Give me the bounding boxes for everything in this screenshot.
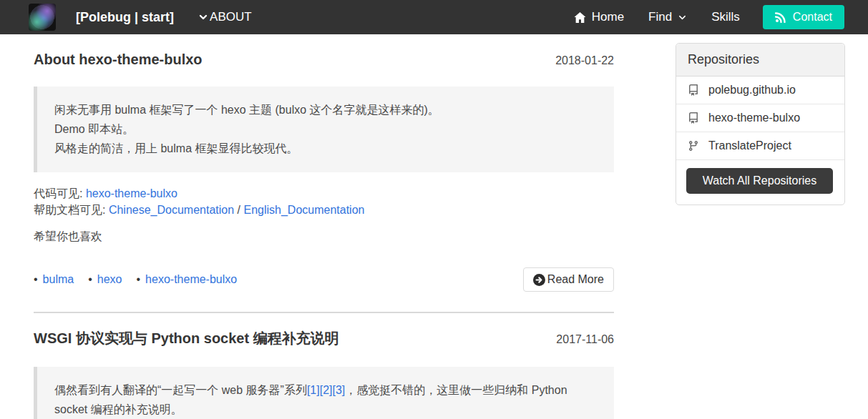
tag-item: hexo-theme-bulxo — [137, 273, 238, 286]
docs-line: 帮助文档可见: Chinese_Documentation / English_… — [34, 202, 614, 218]
closing-line: 希望你也喜欢 — [34, 228, 614, 245]
nav-about-label: ABOUT — [210, 10, 252, 24]
repo-item-translateproject[interactable]: TranslateProject — [676, 132, 844, 160]
rss-icon — [775, 11, 786, 23]
chevron-down-icon — [198, 12, 210, 22]
tag-item: bulma — [34, 273, 74, 286]
code-line: 代码可见: hexo-theme-bulxo — [34, 185, 614, 202]
post-list: About hexo-theme-bulxo 2018-01-22 闲来无事用 … — [34, 43, 614, 419]
post-body: 代码可见: hexo-theme-bulxo 帮助文档可见: Chinese_D… — [34, 185, 614, 245]
repo-book-icon — [688, 84, 699, 96]
post-1: About hexo-theme-bulxo 2018-01-22 闲来无事用 … — [34, 51, 614, 313]
site-logo[interactable] — [29, 4, 56, 31]
post-date: 2017-11-06 — [556, 333, 614, 346]
docs-separator: / — [234, 204, 243, 216]
post-divider — [34, 312, 614, 313]
post-title[interactable]: WSGI 协议实现与 Python socket 编程补充说明 — [34, 329, 339, 348]
nav-skills-label: Skills — [711, 10, 740, 24]
code-label: 代码可见: — [34, 187, 86, 199]
post-header: WSGI 协议实现与 Python socket 编程补充说明 2017-11-… — [34, 329, 614, 348]
quote-line: 风格走的简洁，用上 bulma 框架显得比较现代。 — [54, 139, 597, 158]
quote-text: 偶然看到有人翻译的“一起写一个 web 服务器”系列 — [54, 384, 307, 396]
repo-item-polebug-github-io[interactable]: polebug.github.io — [676, 77, 844, 104]
post-title[interactable]: About hexo-theme-bulxo — [34, 51, 203, 68]
ref-link-2[interactable]: [2] — [320, 384, 333, 396]
read-more-label: Read More — [547, 273, 604, 286]
tag-list: bulma hexo hexo-theme-bulxo — [34, 273, 237, 286]
repositories-panel: Repositories polebug.github.io hexo-them… — [676, 43, 845, 205]
quote-line: 闲来无事用 bulma 框架写了一个 hexo 主题 (bulxo 这个名字就是… — [54, 100, 597, 119]
nav-home-label: Home — [592, 10, 624, 24]
repo-name: hexo-theme-bulxo — [708, 112, 800, 124]
chevron-down-icon — [678, 13, 687, 22]
english-doc-link[interactable]: English_Documentation — [243, 204, 364, 216]
tag-link[interactable]: hexo — [97, 273, 122, 286]
post-header: About hexo-theme-bulxo 2018-01-22 — [34, 51, 614, 68]
nav-find-label: Find — [648, 10, 672, 24]
watch-all-repositories-button[interactable]: Watch All Repositories — [686, 168, 833, 194]
nav-item-find[interactable]: Find — [648, 10, 687, 24]
site-brand[interactable]: [Polebug | start] — [76, 10, 174, 25]
nav-item-home[interactable]: Home — [574, 10, 624, 24]
docs-label: 帮助文档可见: — [34, 204, 109, 216]
nav-item-skills[interactable]: Skills — [711, 10, 740, 24]
ref-link-3[interactable]: [3] — [333, 384, 346, 396]
read-more-button[interactable]: Read More — [523, 267, 614, 292]
repo-name: polebug.github.io — [708, 84, 796, 97]
ref-link-1[interactable]: [1] — [307, 384, 320, 396]
post-excerpt-quote: 闲来无事用 bulma 框架写了一个 hexo 主题 (bulxo 这个名字就是… — [34, 87, 614, 172]
repo-name: TranslateProject — [708, 139, 791, 152]
tags-row: bulma hexo hexo-theme-bulxo Read More — [34, 267, 614, 292]
repo-book-icon — [688, 112, 699, 124]
git-fork-icon — [688, 140, 699, 152]
panel-heading: Repositories — [676, 44, 844, 77]
tag-link[interactable]: bulma — [43, 273, 74, 286]
contact-label: Contact — [793, 11, 832, 24]
tag-item: hexo — [88, 273, 122, 286]
repo-link[interactable]: hexo-theme-bulxo — [86, 187, 177, 199]
repo-item-hexo-theme-bulxo[interactable]: hexo-theme-bulxo — [676, 104, 844, 132]
nav-item-about[interactable]: ABOUT — [198, 10, 252, 24]
home-icon — [574, 12, 586, 23]
post-2: WSGI 协议实现与 Python socket 编程补充说明 2017-11-… — [34, 329, 614, 419]
arrow-circle-right-icon — [533, 274, 545, 286]
quote-line: Demo 即本站。 — [54, 119, 597, 139]
sidebar: Repositories polebug.github.io hexo-them… — [676, 43, 845, 419]
post-excerpt-quote: 偶然看到有人翻译的“一起写一个 web 服务器”系列[1][2][3]，感觉挺不… — [34, 367, 614, 419]
navbar: [Polebug | start] ABOUT Home Find Skills… — [0, 0, 868, 34]
column-gap — [614, 43, 676, 419]
panel-footer: Watch All Repositories — [676, 160, 844, 204]
tag-link[interactable]: hexo-theme-bulxo — [145, 273, 237, 286]
post-date: 2018-01-22 — [555, 54, 614, 67]
contact-button[interactable]: Contact — [763, 5, 844, 29]
page-container: About hexo-theme-bulxo 2018-01-22 闲来无事用 … — [0, 34, 868, 419]
chinese-doc-link[interactable]: Chinese_Documentation — [109, 204, 234, 216]
